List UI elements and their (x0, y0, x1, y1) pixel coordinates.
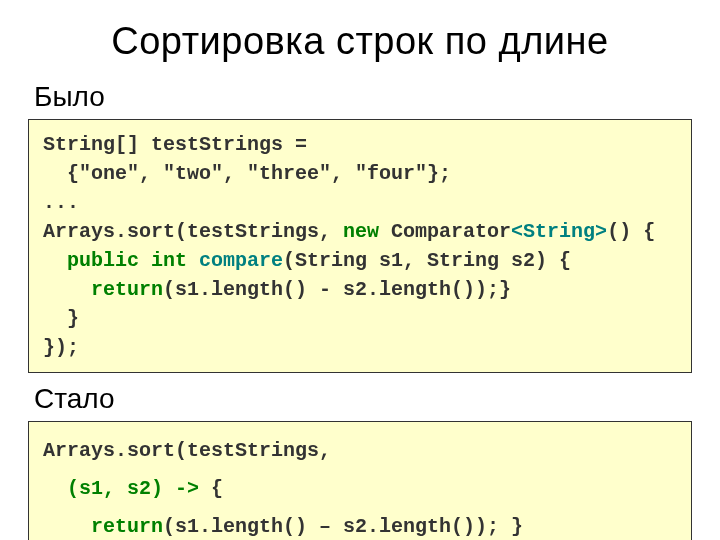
code-text: Comparator (379, 220, 511, 243)
type-param: <String> (511, 220, 607, 243)
label-before: Было (34, 81, 692, 113)
slide: Сортировка строк по длине Было String[] … (0, 0, 720, 540)
label-after: Стало (34, 383, 692, 415)
keyword-return: return (91, 515, 163, 538)
code-line: Arrays.sort(testStrings, (43, 220, 343, 243)
code-line: Arrays.sort(testStrings, (43, 439, 331, 462)
code-text: (s1.length() – s2.length()); } (163, 515, 523, 538)
code-text: (s1.length() - s2.length());} (163, 278, 511, 301)
code-after: Arrays.sort(testStrings, (s1, s2) -> { r… (28, 421, 692, 540)
code-text (43, 477, 67, 500)
code-line: }); (43, 336, 79, 359)
code-text: () { (607, 220, 655, 243)
keyword-return: return (91, 278, 163, 301)
code-text: { (199, 477, 223, 500)
code-line: ... (43, 191, 79, 214)
code-line: {"one", "two", "three", "four"}; (43, 162, 451, 185)
code-line: } (43, 307, 79, 330)
page-title: Сортировка строк по длине (28, 20, 692, 63)
code-before: String[] testStrings = {"one", "two", "t… (28, 119, 692, 373)
method-compare: compare (199, 249, 283, 272)
lambda-head: (s1, s2) -> (67, 477, 199, 500)
code-text (187, 249, 199, 272)
code-text (43, 515, 91, 538)
code-text: (String s1, String s2) { (283, 249, 571, 272)
code-text (43, 278, 91, 301)
code-line: String[] testStrings = (43, 133, 307, 156)
keyword-new: new (343, 220, 379, 243)
code-text (43, 249, 67, 272)
keyword-public-int: public int (67, 249, 187, 272)
